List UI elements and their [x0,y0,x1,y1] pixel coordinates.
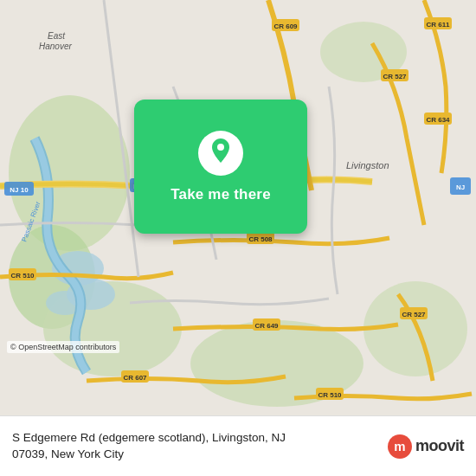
bottom-info-bar: S Edgemere Rd (edgemere scotland), Livin… [0,415,476,476]
moovit-icon: m [388,434,412,459]
svg-text:CR 508: CR 508 [248,235,273,243]
svg-text:CR 510: CR 510 [318,391,342,399]
svg-text:CR 527: CR 527 [402,311,426,318]
address-line1: S Edgemere Rd (edgemere scotland), Livin… [12,431,286,444]
svg-text:CR 611: CR 611 [426,21,450,29]
take-me-there-button[interactable]: Take me there [134,100,307,234]
moovit-m-letter: m [394,440,405,453]
svg-text:CR 634: CR 634 [426,116,450,124]
svg-text:CR 510: CR 510 [10,272,35,280]
moovit-logo: m moovit [388,434,464,459]
osm-credit: © OpenStreetMap contributors [7,341,119,353]
address-text: S Edgemere Rd (edgemere scotland), Livin… [12,430,379,463]
svg-text:NJ: NJ [456,183,465,191]
svg-text:Hanover: Hanover [39,42,72,51]
map-view: NJ 10 CR 609 CR 611 CR 527 CR 634 CR 508… [0,0,476,415]
svg-text:CR 527: CR 527 [383,73,407,80]
svg-text:CR 607: CR 607 [123,374,147,382]
svg-text:NJ 10: NJ 10 [10,186,29,194]
location-pin-wrapper [198,131,243,176]
map-pin-icon [209,138,233,168]
take-me-there-label: Take me there [170,186,271,203]
address-line2: 07039, New York City [12,447,124,460]
osm-credit-text: © OpenStreetMap contributors [10,343,116,351]
svg-point-40 [217,144,224,151]
svg-text:CR 609: CR 609 [273,23,298,30]
address-area: S Edgemere Rd (edgemere scotland), Livin… [12,430,379,463]
svg-text:East: East [48,31,66,41]
svg-text:Livingston: Livingston [346,160,389,170]
moovit-text: moovit [415,437,464,455]
svg-text:CR 649: CR 649 [254,322,279,330]
